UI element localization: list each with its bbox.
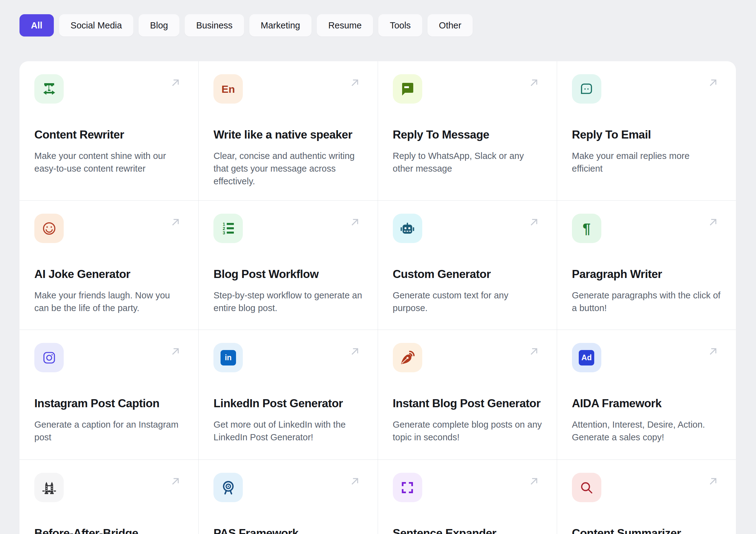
open-in-new-arrow-icon[interactable]	[349, 77, 361, 89]
card-instant-blog-post-generator[interactable]: Instant Blog Post Generator Generate com…	[378, 330, 557, 460]
card-title: Instagram Post Caption	[34, 397, 183, 410]
ad-glyph: Ad	[581, 353, 592, 362]
card-before-after-bridge[interactable]: Before-After-Bridge	[19, 460, 198, 534]
card-description: Attention, Interest, Desire, Action. Gen…	[572, 418, 721, 444]
open-in-new-arrow-icon[interactable]	[169, 345, 181, 358]
card-title: Content Rewriter	[34, 128, 183, 141]
card-title: Sentence Expander	[393, 527, 542, 534]
ad-badge: Ad	[579, 350, 594, 365]
filter-chip-all[interactable]: All	[19, 14, 54, 37]
card-sentence-expander[interactable]: Sentence Expander	[378, 460, 557, 534]
card-title: Before-After-Bridge	[34, 527, 183, 534]
english-en-icon: En	[213, 74, 243, 104]
card-title: AI Joke Generator	[34, 268, 183, 281]
card-aida-framework[interactable]: Ad AIDA Framework Attention, Interest, D…	[557, 330, 736, 460]
card-title: LinkedIn Post Generator	[213, 397, 363, 410]
card-title: Reply To Email	[572, 128, 721, 141]
open-in-new-arrow-icon[interactable]	[169, 216, 181, 228]
svg-text:3: 3	[223, 230, 225, 235]
filter-chip-business[interactable]: Business	[185, 14, 244, 37]
card-title: Reply To Message	[393, 128, 542, 141]
card-description: Make your content shine with our easy-to…	[34, 150, 183, 175]
open-in-new-arrow-icon[interactable]	[528, 475, 540, 488]
card-ai-joke-generator[interactable]: AI Joke Generator Make your friends laug…	[19, 201, 198, 330]
open-in-new-arrow-icon[interactable]	[349, 216, 361, 228]
filter-chip-other[interactable]: Other	[427, 14, 473, 37]
filter-chip-blog[interactable]: Blog	[139, 14, 179, 37]
card-title: Write like a native speaker	[213, 128, 363, 141]
card-title: Blog Post Workflow	[213, 268, 363, 281]
card-paragraph-writer[interactable]: ¶ Paragraph Writer Generate paragraphs w…	[557, 201, 736, 330]
filter-bar: All Social Media Blog Business Marketing…	[19, 14, 472, 37]
card-blog-post-workflow[interactable]: 1 2 3 Blog Post Workflow Step-by-step wo…	[199, 201, 377, 330]
linkedin-badge: in	[221, 350, 236, 365]
card-description: Clear, concise and authentic writing tha…	[213, 150, 363, 188]
open-in-new-arrow-icon[interactable]	[707, 345, 719, 358]
card-title: AIDA Framework	[572, 397, 721, 410]
magnifier-icon	[572, 473, 601, 502]
card-description: Step-by-step workflow to generate an ent…	[213, 289, 363, 314]
tower-bridge-icon	[34, 473, 64, 502]
open-in-new-arrow-icon[interactable]	[169, 77, 181, 89]
open-in-new-arrow-icon[interactable]	[349, 345, 361, 358]
linkedin-icon: in	[213, 343, 243, 372]
card-description: Get more out of LinkedIn with the Linked…	[213, 418, 363, 444]
pen-signal-icon	[393, 343, 422, 372]
open-in-new-arrow-icon[interactable]	[707, 475, 719, 488]
card-title: Paragraph Writer	[572, 268, 721, 281]
robot-icon	[393, 214, 422, 243]
pilcrow-glyph: ¶	[582, 221, 590, 236]
numbered-list-icon: 1 2 3	[213, 214, 243, 243]
card-description: Generate a caption for an Instagram post	[34, 418, 183, 444]
card-title: Instant Blog Post Generator	[393, 397, 542, 410]
open-in-new-arrow-icon[interactable]	[528, 216, 540, 228]
pilcrow-icon: ¶	[572, 214, 601, 243]
card-description: Generate paragraphs with the click of a …	[572, 289, 721, 314]
filter-chip-tools[interactable]: Tools	[378, 14, 422, 37]
card-description: Generate custom text for any purpose.	[393, 289, 542, 314]
filter-chip-resume[interactable]: Resume	[317, 14, 373, 37]
card-title: Content Summarizer	[572, 527, 721, 534]
linkedin-in-glyph: in	[225, 353, 232, 362]
card-title: PAS Framework	[213, 527, 363, 534]
open-in-new-arrow-icon[interactable]	[707, 216, 719, 228]
text-rewrite-icon	[34, 74, 64, 104]
card-content-summarizer[interactable]: Content Summarizer	[557, 460, 736, 534]
open-in-new-arrow-icon[interactable]	[528, 77, 540, 89]
card-title: Custom Generator	[393, 268, 542, 281]
card-reply-to-message[interactable]: Reply To Message Reply to WhatsApp, Slac…	[378, 61, 557, 200]
card-instagram-post-caption[interactable]: Instagram Post Caption Generate a captio…	[19, 330, 198, 460]
filter-chip-social-media[interactable]: Social Media	[59, 14, 133, 37]
card-pas-framework[interactable]: PAS Framework	[199, 460, 377, 534]
open-in-new-arrow-icon[interactable]	[349, 475, 361, 488]
card-write-native-speaker[interactable]: En Write like a native speaker Clear, co…	[199, 61, 377, 200]
open-in-new-arrow-icon[interactable]	[707, 77, 719, 89]
chat-bubble-icon	[393, 74, 422, 104]
card-reply-to-email[interactable]: Reply To Email Make your email replies m…	[557, 61, 736, 200]
instagram-icon	[34, 343, 64, 372]
en-glyph: En	[222, 84, 235, 94]
filter-chip-marketing[interactable]: Marketing	[249, 14, 311, 37]
expand-corners-icon	[393, 473, 422, 502]
smiley-face-icon	[34, 214, 64, 243]
card-linkedin-post-generator[interactable]: in LinkedIn Post Generator Get more out …	[199, 330, 377, 460]
card-custom-generator[interactable]: Custom Generator Generate custom text fo…	[378, 201, 557, 330]
card-content-rewriter[interactable]: Content Rewriter Make your content shine…	[19, 61, 198, 200]
message-dots-icon	[572, 74, 601, 104]
open-in-new-arrow-icon[interactable]	[528, 345, 540, 358]
card-description: Make your friends laugh. Now you can be …	[34, 289, 183, 314]
card-description: Make your email replies more efficient	[572, 150, 721, 175]
template-grid: Content Rewriter Make your content shine…	[19, 61, 736, 534]
card-description: Generate complete blog posts on any topi…	[393, 418, 542, 444]
ad-badge-icon: Ad	[572, 343, 601, 372]
target-board-icon	[213, 473, 243, 502]
open-in-new-arrow-icon[interactable]	[169, 475, 181, 488]
card-description: Reply to WhatsApp, Slack or any other me…	[393, 150, 542, 175]
